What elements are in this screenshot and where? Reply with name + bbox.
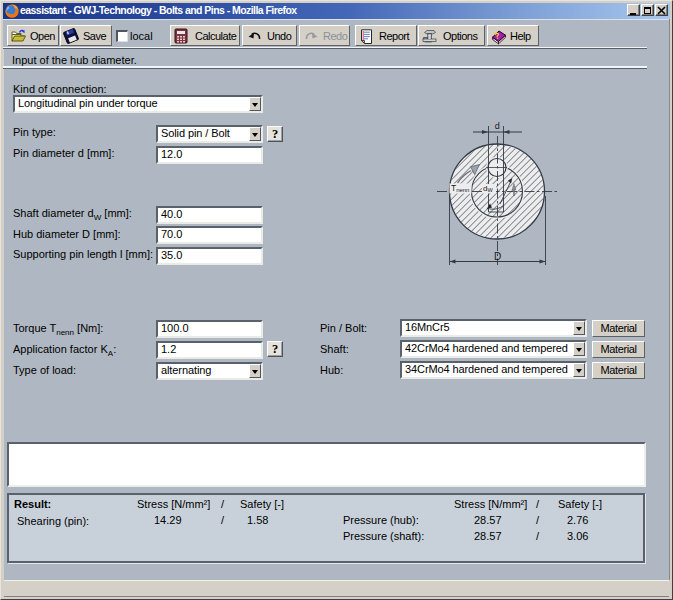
svg-text:D: D — [494, 251, 501, 262]
svg-text:d: d — [495, 121, 500, 131]
